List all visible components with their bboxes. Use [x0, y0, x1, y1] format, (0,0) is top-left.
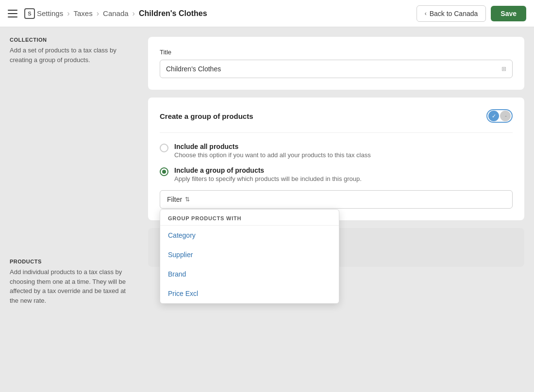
products-title: PRODUCTS: [10, 259, 129, 264]
main-layout: COLLECTION Add a set of products to a ta…: [0, 27, 534, 392]
main-content: Title Children's Clothes ⊞ Create a grou…: [138, 27, 534, 392]
top-nav: S Settings › Taxes › Canada › Children's…: [0, 0, 534, 27]
collection-text: Add a set of products to a tax class by …: [10, 46, 129, 65]
save-button[interactable]: Save: [491, 6, 526, 21]
radio-all-products[interactable]: Include all products Choose this option …: [160, 143, 513, 159]
radio-group-products[interactable]: Include a group of products Apply filter…: [160, 166, 513, 182]
breadcrumb-current: Children's Clothes: [139, 9, 207, 18]
collection-section: COLLECTION Add a set of products to a ta…: [10, 37, 129, 65]
dropdown-menu: GROUP PRODUCTS WITH Category Supplier Br…: [160, 209, 339, 304]
title-card: Title Children's Clothes ⊞: [148, 37, 524, 90]
title-field-label: Title: [160, 49, 513, 56]
left-sidebar: COLLECTION Add a set of products to a ta…: [0, 27, 138, 392]
collection-title: COLLECTION: [10, 37, 129, 43]
dropdown-item-brand[interactable]: Brand: [160, 264, 339, 284]
radio-group-content: Include a group of products Apply filter…: [174, 166, 362, 182]
modal-header: Create a group of products ✓ ···: [160, 109, 513, 133]
settings-icon: S: [24, 8, 35, 19]
filter-label: Filter: [167, 196, 182, 203]
breadcrumb-sep-1: ›: [67, 9, 69, 18]
products-text: Add individual products to a tax class b…: [10, 267, 129, 305]
back-to-canada-button[interactable]: ‹ Back to Canada: [417, 5, 486, 22]
radio-circle-all[interactable]: [160, 144, 168, 152]
toggle-switch[interactable]: ✓ ···: [486, 109, 513, 123]
modal-title: Create a group of products: [160, 112, 253, 120]
radio-circle-group[interactable]: [160, 167, 168, 176]
breadcrumb-sep-2: ›: [97, 9, 99, 18]
title-value: Children's Clothes: [166, 65, 221, 73]
breadcrumb-sep-3: ›: [133, 9, 135, 18]
radio-group-label: Include a group of products: [174, 166, 362, 174]
dropdown-header: GROUP PRODUCTS WITH: [160, 210, 339, 226]
chevron-left-icon: ‹: [425, 10, 427, 17]
breadcrumb-settings[interactable]: Settings: [37, 9, 63, 17]
title-input[interactable]: Children's Clothes ⊞: [160, 60, 513, 78]
expand-icon: ⊞: [501, 65, 506, 72]
dropdown-item-supplier[interactable]: Supplier: [160, 245, 339, 264]
radio-group: Include all products Choose this option …: [160, 143, 513, 182]
dropdown-item-price-excl[interactable]: Price Excl: [160, 284, 339, 303]
radio-all-content: Include all products Choose this option …: [174, 143, 371, 159]
breadcrumb-taxes[interactable]: Taxes: [74, 9, 93, 17]
group-products-card: Create a group of products ✓ ··· Include…: [148, 98, 524, 220]
radio-all-label: Include all products: [174, 143, 371, 150]
products-section: PRODUCTS Add individual products to a ta…: [10, 259, 129, 305]
nav-actions: ‹ Back to Canada Save: [417, 5, 526, 22]
sort-icon: ⇅: [185, 196, 190, 203]
toggle-container[interactable]: ✓ ···: [486, 109, 513, 123]
dropdown-item-category[interactable]: Category: [160, 226, 339, 245]
filter-dropdown-trigger[interactable]: Filter ⇅: [160, 190, 513, 209]
radio-all-desc: Choose this option if you want to add al…: [174, 151, 371, 159]
toggle-dots-icon: ···: [500, 111, 511, 121]
breadcrumb: Settings › Taxes › Canada › Children's C…: [37, 9, 417, 18]
radio-group-desc: Apply filters to specify which products …: [174, 175, 362, 182]
breadcrumb-canada[interactable]: Canada: [103, 9, 129, 17]
hamburger-menu[interactable]: [8, 10, 17, 17]
toggle-check-icon: ✓: [488, 111, 499, 121]
back-button-label: Back to Canada: [430, 10, 478, 17]
